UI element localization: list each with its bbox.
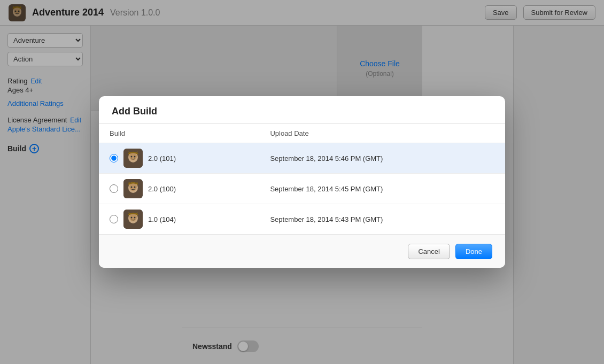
modal-title: Add Build [99,96,505,124]
svg-point-19 [134,217,136,219]
table-row[interactable]: 2.0 (101)September 18, 2014 5:46 PM (GMT… [99,143,505,174]
modal-overlay: Add Build Build Upload Date 2.0 (101)Sep… [0,0,604,364]
svg-point-13 [131,187,133,188]
table-row[interactable]: 1.0 (104)September 18, 2014 5:43 PM (GMT… [99,204,505,235]
add-build-modal: Add Build Build Upload Date 2.0 (101)Sep… [99,96,505,268]
build-cell: 2.0 (101) [99,143,259,174]
build-avatar [123,179,143,198]
build-avatar [123,210,143,229]
col-build-header: Build [99,124,259,143]
build-version: 1.0 (104) [148,215,176,223]
build-cell: 2.0 (100) [99,174,259,204]
svg-point-14 [134,187,136,188]
builds-table: Build Upload Date 2.0 (101)September 18,… [99,124,505,235]
svg-point-8 [131,156,133,158]
build-avatar [123,149,143,168]
col-upload-date-header: Upload Date [259,124,505,143]
build-cell: 1.0 (104) [99,204,259,235]
build-version: 2.0 (101) [148,154,176,162]
cancel-button[interactable]: Cancel [408,244,450,259]
build-version: 2.0 (100) [148,185,176,193]
build-radio[interactable] [110,184,118,193]
build-radio[interactable] [110,215,118,223]
build-date: September 18, 2014 5:46 PM (GMT) [259,143,505,174]
build-date: September 18, 2014 5:43 PM (GMT) [259,204,505,235]
svg-point-9 [134,156,136,158]
build-date: September 18, 2014 5:45 PM (GMT) [259,174,505,204]
svg-point-18 [131,217,133,219]
build-radio[interactable] [110,154,118,162]
table-row[interactable]: 2.0 (100)September 18, 2014 5:45 PM (GMT… [99,174,505,204]
done-button[interactable]: Done [455,244,492,259]
modal-footer: Cancel Done [99,235,505,268]
